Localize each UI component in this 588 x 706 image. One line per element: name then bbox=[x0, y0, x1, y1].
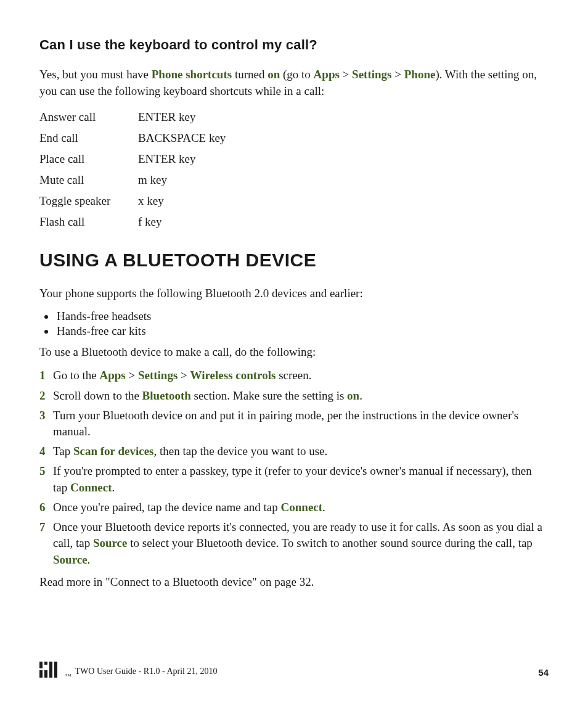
page-footer: TM TWO User Guide - R1.0 - April 21, 201… bbox=[39, 662, 549, 678]
svg-rect-2 bbox=[44, 670, 47, 678]
step-item: Scroll down to the Bluetooth section. Ma… bbox=[39, 388, 549, 404]
nav-apps: Apps bbox=[99, 369, 125, 382]
section-heading-bluetooth: USING A BLUETOOTH DEVICE bbox=[39, 250, 549, 271]
shortcut-key: ENTER key bbox=[138, 149, 226, 170]
text: > bbox=[391, 68, 404, 81]
text: Go to the bbox=[53, 369, 99, 382]
ui-term-source: Source bbox=[93, 536, 128, 549]
text: (go to bbox=[280, 68, 313, 81]
nav-apps: Apps bbox=[314, 68, 340, 81]
list-item: Hands-free headsets bbox=[55, 310, 549, 323]
step-item: Go to the Apps > Settings > Wireless con… bbox=[39, 367, 549, 384]
step-item: Once your Bluetooth device reports it's … bbox=[39, 519, 549, 568]
shortcut-key: x key bbox=[138, 191, 226, 211]
read-more: Read more in "Connect to a Bluetooth dev… bbox=[39, 574, 549, 591]
bluetooth-intro: Your phone supports the following Blueto… bbox=[39, 285, 549, 302]
table-row: End call BACKSPACE key bbox=[39, 128, 226, 149]
nav-settings: Settings bbox=[138, 369, 178, 382]
ui-term-on: on bbox=[267, 68, 280, 81]
text: . bbox=[112, 481, 115, 494]
text: screen. bbox=[276, 369, 311, 382]
text: Yes, but you must have bbox=[39, 68, 152, 81]
ui-term-scan-for-devices: Scan for devices bbox=[73, 445, 154, 458]
text: > bbox=[178, 369, 190, 382]
ui-term-phone-shortcuts: Phone shortcuts bbox=[152, 68, 232, 81]
document-page: Can I use the keyboard to control my cal… bbox=[0, 0, 588, 706]
step-item: Once you're paired, tap the device name … bbox=[39, 499, 549, 515]
keyboard-shortcuts-table: Answer call ENTER key End call BACKSPACE… bbox=[39, 107, 226, 232]
nav-phone: Phone bbox=[404, 68, 436, 81]
trademark-symbol: TM bbox=[64, 673, 71, 678]
table-row: Toggle speaker x key bbox=[39, 191, 226, 211]
text: Turn your Bluetooth device on and put it… bbox=[53, 409, 518, 438]
intro-paragraph: Yes, but you must have Phone shortcuts t… bbox=[39, 67, 549, 99]
shortcut-action: Toggle speaker bbox=[39, 191, 138, 211]
ui-term-connect: Connect bbox=[281, 501, 323, 514]
shortcut-key: BACKSPACE key bbox=[138, 128, 226, 149]
text: . bbox=[322, 501, 325, 514]
svg-rect-5 bbox=[54, 662, 57, 678]
ui-term-connect: Connect bbox=[70, 481, 112, 494]
step-item: Turn your Bluetooth device on and put it… bbox=[39, 408, 549, 440]
svg-rect-4 bbox=[49, 662, 52, 678]
ui-term-bluetooth: Bluetooth bbox=[142, 389, 191, 402]
ui-term-on: on bbox=[347, 389, 359, 402]
text: . bbox=[359, 389, 362, 402]
svg-rect-1 bbox=[39, 670, 43, 678]
page-number: 54 bbox=[538, 667, 549, 678]
nav-wireless-controls: Wireless controls bbox=[190, 369, 276, 382]
steps-lead: To use a Bluetooth device to make a call… bbox=[39, 344, 549, 361]
table-row: Answer call ENTER key bbox=[39, 107, 226, 128]
list-item: Hands-free car kits bbox=[55, 324, 549, 338]
svg-rect-3 bbox=[44, 662, 47, 665]
shortcut-action: Answer call bbox=[39, 107, 138, 128]
text: . bbox=[88, 553, 91, 566]
shortcut-action: End call bbox=[39, 128, 138, 149]
shortcut-action: Flash call bbox=[39, 211, 138, 232]
text: turned bbox=[232, 68, 267, 81]
ui-term-source: Source bbox=[53, 553, 88, 566]
shortcut-key: ENTER key bbox=[138, 107, 226, 128]
step-item: If you're prompted to enter a passkey, t… bbox=[39, 463, 549, 495]
svg-rect-0 bbox=[39, 662, 43, 668]
shortcut-key: m key bbox=[138, 170, 226, 191]
step-item: Tap Scan for devices, then tap the devic… bbox=[39, 443, 549, 459]
text: Scroll down to the bbox=[53, 389, 142, 402]
text: Once you're paired, tap the device name … bbox=[53, 501, 281, 514]
kin-logo-icon bbox=[39, 662, 60, 678]
text: Tap bbox=[53, 445, 73, 458]
table-row: Flash call f key bbox=[39, 211, 226, 232]
subsection-heading: Can I use the keyboard to control my cal… bbox=[39, 37, 549, 53]
shortcut-key: f key bbox=[138, 211, 226, 232]
text: , then tap the device you want to use. bbox=[154, 445, 328, 458]
table-row: Place call ENTER key bbox=[39, 149, 226, 170]
text: to select your Bluetooth device. To swit… bbox=[127, 536, 532, 549]
bluetooth-steps: Go to the Apps > Settings > Wireless con… bbox=[39, 367, 549, 567]
shortcut-action: Place call bbox=[39, 149, 138, 170]
supported-devices-list: Hands-free headsets Hands-free car kits bbox=[39, 310, 549, 338]
text: If you're prompted to enter a passkey, t… bbox=[53, 464, 532, 493]
footer-doc-info: TWO User Guide - R1.0 - April 21, 2010 bbox=[75, 667, 218, 678]
table-row: Mute call m key bbox=[39, 170, 226, 191]
text: section. Make sure the setting is bbox=[191, 389, 347, 402]
shortcut-action: Mute call bbox=[39, 170, 138, 191]
nav-settings: Settings bbox=[352, 68, 391, 81]
text: > bbox=[126, 369, 138, 382]
footer-left: TM TWO User Guide - R1.0 - April 21, 201… bbox=[39, 662, 217, 678]
text: > bbox=[340, 68, 352, 81]
